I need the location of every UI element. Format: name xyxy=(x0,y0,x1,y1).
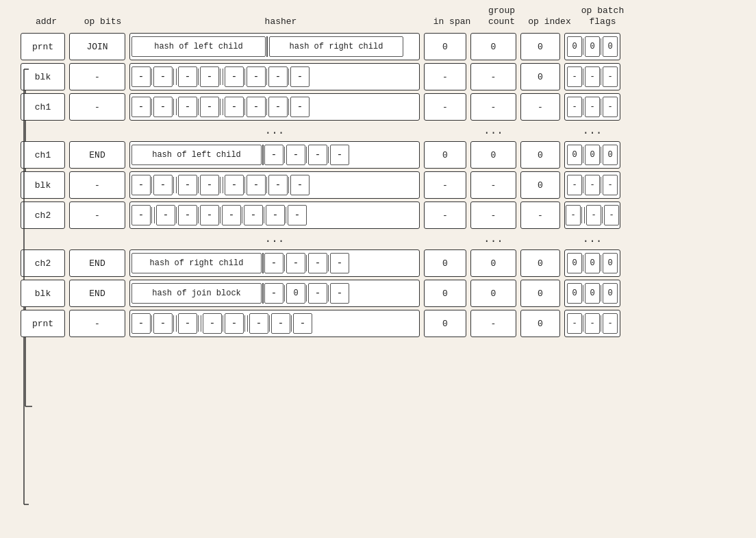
cell-opbatch-blk-end: 0 0 0 xyxy=(564,280,620,307)
bracket-group1-end xyxy=(8,52,22,158)
cell-hasher-ch1-end: hash of left child - - - - xyxy=(129,141,420,169)
hi-d7: - xyxy=(268,66,288,87)
cell-opindex-ch1-dash: - xyxy=(520,93,560,121)
cell-opbatch-ch1-end: 0 0 0 xyxy=(564,141,620,169)
header-op-index: op index xyxy=(527,16,572,27)
hi-d6: - xyxy=(247,66,266,87)
cell-hasher-blk-end: hash of join block - 0 - - xyxy=(129,280,420,307)
cell-hasher-blk1: - - - - - - - - xyxy=(129,63,420,90)
ob-0: 0 xyxy=(567,36,582,57)
cell-opbits-prnt-last: - xyxy=(69,310,125,337)
row-blk-2: blk - - - - - - - - xyxy=(21,171,746,199)
hi-d3: - xyxy=(178,66,197,87)
cell-inspan-prnt-join: 0 xyxy=(424,33,466,60)
header-group-count: group count xyxy=(476,5,527,27)
row-prnt-last: prnt - - - - - - - xyxy=(21,310,746,337)
cell-opindex-prnt-last: 0 xyxy=(520,310,560,337)
cell-addr-prnt-last: prnt xyxy=(21,310,65,337)
cell-hasher-ch1-dash: - - - - - - - - xyxy=(129,93,420,121)
dots-row-2: ... ... ... xyxy=(21,232,746,247)
cell-addr-blk-end: blk xyxy=(21,280,65,307)
hi-d2: - xyxy=(153,66,173,87)
cell-inspan-ch2-end: 0 xyxy=(424,249,466,277)
hi-sep2 xyxy=(173,69,175,85)
hi-sep4 xyxy=(220,69,221,85)
row-blk-end: blk END hash of join block - 0 - - 0 0 0 xyxy=(21,280,746,307)
cell-opbits-blk2: - xyxy=(69,171,125,199)
hi-sep3 xyxy=(198,69,199,85)
bracket-group2 xyxy=(22,290,36,410)
ob-sep2 xyxy=(601,38,602,55)
cell-opbits-ch1-end: END xyxy=(69,141,125,169)
dots-row-1: ... ... ... xyxy=(21,123,746,138)
header-op-bits: op bits xyxy=(72,16,134,27)
cell-inspan-prnt-last: 0 xyxy=(424,310,466,337)
column-headers: addr op bits hasher in span group count … xyxy=(21,5,746,27)
hi-sep1 xyxy=(151,69,153,85)
cell-inspan-ch1-dash: - xyxy=(424,93,466,121)
cell-groupcount-prnt-join: 0 xyxy=(470,33,516,60)
hi-sep6 xyxy=(266,69,268,85)
row-prnt-join: prnt JOIN hash of left child hash of rig… xyxy=(21,33,746,60)
ob-blk1-2: - xyxy=(603,66,618,87)
hasher-join-block: hash of join block xyxy=(131,283,262,304)
cell-opbits-ch1-dash: - xyxy=(69,93,125,121)
hasher-ch1-end-left: hash of left child xyxy=(131,145,262,165)
cell-opbits-ch2-end: END xyxy=(69,249,125,277)
cell-groupcount-ch1-dash: - xyxy=(470,93,516,121)
cell-groupcount-blk1: - xyxy=(470,63,516,90)
hi-d4: - xyxy=(200,66,219,87)
header-hasher: hasher xyxy=(134,16,428,27)
hi-d1: - xyxy=(131,66,151,87)
cell-groupcount-ch2-dash: - xyxy=(470,201,516,229)
rows-area: prnt JOIN hash of left child hash of rig… xyxy=(21,33,746,340)
cell-hasher-prnt-last: - - - - - - - - xyxy=(129,310,420,337)
hi-sep2b xyxy=(176,69,177,85)
cell-hasher-ch2-dash: - - - - - - - - xyxy=(129,201,420,229)
cell-opbatch-blk1: - - - xyxy=(564,63,620,90)
hasher-left-child: hash of left child xyxy=(131,36,266,57)
cell-opindex-ch2-dash: - xyxy=(520,201,560,229)
cell-addr-ch1-dash: ch1 xyxy=(21,93,65,121)
cell-groupcount-ch1-end: 0 xyxy=(470,141,516,169)
cell-inspan-ch2-dash: - xyxy=(424,201,466,229)
cell-opbatch-ch2-end: 0 0 0 xyxy=(564,249,620,277)
hi-d5: - xyxy=(225,66,244,87)
cell-inspan-blk-end: 0 xyxy=(424,280,466,307)
cell-hasher-join: hash of left child hash of right child xyxy=(129,33,420,60)
cell-opbatch-blk2: - - - xyxy=(564,171,620,199)
cell-opindex-blk2: 0 xyxy=(520,171,560,199)
ob-2: 0 xyxy=(603,36,618,57)
row-ch2-dash: ch2 - - - - - - - - xyxy=(21,201,746,229)
cell-opbits-ch2-dash: - xyxy=(69,201,125,229)
cell-opbatch-ch2-dash: - - - xyxy=(564,201,620,229)
cell-opbatch-prnt-join: 0 0 0 xyxy=(564,33,620,60)
ob-1: 0 xyxy=(585,36,600,57)
hasher-ch2-end-right: hash of right child xyxy=(131,253,262,273)
cell-opbits-blk-end: END xyxy=(69,280,125,307)
cell-hasher-ch2-end: hash of right child - - - - xyxy=(129,249,420,277)
cell-inspan-blk2: - xyxy=(424,171,466,199)
cell-opindex-blk1: 0 xyxy=(520,63,560,90)
cell-hasher-blk2: - - - - - - - - xyxy=(129,171,420,199)
cell-addr-ch1-end: ch1 xyxy=(21,141,65,169)
ob-blk1-sep1 xyxy=(583,69,584,85)
cell-opbatch-prnt-last: - - - xyxy=(564,310,620,337)
ob-sep1 xyxy=(583,38,584,55)
header-in-span: in span xyxy=(428,16,476,27)
header-addr: addr xyxy=(21,16,72,27)
hi-d8: - xyxy=(290,66,310,87)
row-ch1-end: ch1 END hash of left child - - - - 0 0 0 xyxy=(21,141,746,169)
cell-opindex-ch1-end: 0 xyxy=(520,141,560,169)
cell-inspan-ch1-end: 0 xyxy=(424,141,466,169)
cell-groupcount-blk2: - xyxy=(470,171,516,199)
hasher-join-sep xyxy=(266,36,268,57)
cell-opindex-blk-end: 0 xyxy=(520,280,560,307)
cell-opbits-blk1: - xyxy=(69,63,125,90)
cell-opindex-ch2-end: 0 xyxy=(520,249,560,277)
cell-opbits-join: JOIN xyxy=(69,33,125,60)
ob-blk1-sep2 xyxy=(601,69,602,85)
hi-sep4b xyxy=(223,69,224,85)
cell-groupcount-blk-end: 0 xyxy=(470,280,516,307)
cell-opbatch-ch1-dash: - - - xyxy=(564,93,620,121)
